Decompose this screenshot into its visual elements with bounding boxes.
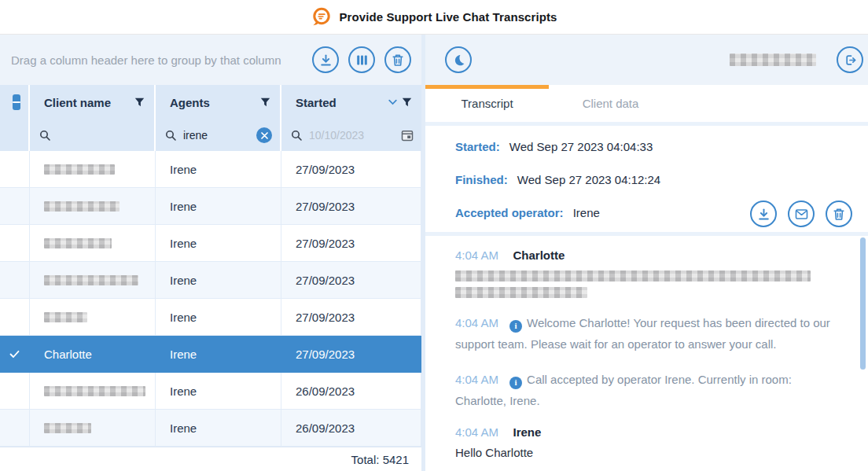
redacted-client-name: [44, 423, 91, 433]
delete-transcripts-button[interactable]: [384, 46, 411, 73]
redacted-client-name: [44, 312, 87, 322]
calendar-icon[interactable]: [401, 129, 414, 142]
client-name-cell[interactable]: Charlotte: [30, 336, 156, 373]
column-header-agents[interactable]: Agents: [156, 85, 281, 120]
dark-mode-moon-icon[interactable]: [445, 46, 472, 73]
transcript-tabbar: Transcript Client data: [425, 85, 868, 126]
sort-desc-icon: [388, 99, 397, 105]
row-select-cell[interactable]: [0, 336, 30, 373]
client-name-filter-input[interactable]: [57, 129, 146, 142]
started-cell[interactable]: 26/09/2023: [281, 373, 421, 410]
filter-funnel-icon[interactable]: [402, 98, 412, 107]
message-time: 4:04 AM: [455, 248, 498, 262]
client-name-cell[interactable]: [30, 151, 156, 188]
row-select-cell[interactable]: [0, 299, 30, 336]
row-select-cell[interactable]: [0, 225, 30, 262]
agents-filter-cell: [156, 120, 281, 151]
client-name-cell[interactable]: [30, 188, 156, 225]
accepted-operator-label: Accepted operator:: [455, 206, 564, 219]
search-icon: [165, 130, 177, 142]
finished-label: Finished:: [455, 173, 508, 186]
agent-cell[interactable]: Irene: [156, 225, 281, 262]
grid-header-row: Client name Agents Started: [0, 85, 421, 120]
column-header-started[interactable]: Started: [281, 85, 421, 120]
started-value: Wed Sep 27 2023 04:04:33: [509, 140, 653, 153]
table-row[interactable]: Irene 27/09/2023: [0, 262, 421, 299]
chat-message: 4:04 AM Charlotte: [455, 248, 833, 298]
info-icon: [509, 320, 522, 333]
group-by-hint: Drag a column header here to group by th…: [11, 53, 303, 67]
redacted-client-name: [44, 164, 115, 175]
delete-transcript-button[interactable]: [826, 201, 852, 227]
message-author: Charlotte: [513, 248, 565, 262]
agent-cell[interactable]: Irene: [156, 373, 281, 410]
tab-client-data[interactable]: Client data: [549, 85, 672, 122]
total-count: Total: 5421: [351, 453, 409, 466]
table-row[interactable]: Irene 27/09/2023: [0, 188, 421, 225]
column-chooser-button[interactable]: [348, 46, 375, 73]
client-name-cell[interactable]: [30, 262, 156, 299]
table-row[interactable]: Irene 26/09/2023: [0, 410, 421, 447]
checkmark-icon: [9, 350, 20, 359]
transcript-meta: Started: Wed Sep 27 2023 04:04:33 Finish…: [425, 126, 868, 232]
started-cell[interactable]: 27/09/2023: [281, 299, 421, 336]
started-line: Started: Wed Sep 27 2023 04:04:33: [455, 137, 852, 157]
client-name-cell[interactable]: [30, 225, 156, 262]
row-select-cell[interactable]: [0, 373, 30, 410]
clear-filter-icon[interactable]: [256, 127, 272, 143]
table-row[interactable]: Irene 27/09/2023: [0, 299, 421, 336]
info-icon: [509, 377, 522, 389]
agent-cell[interactable]: Irene: [156, 262, 281, 299]
filter-funnel-icon[interactable]: [134, 98, 145, 107]
logout-icon[interactable]: [837, 46, 863, 73]
agent-cell[interactable]: Irene: [156, 336, 281, 373]
main-area: Drag a column header here to group by th…: [0, 35, 868, 471]
finished-value: Wed Sep 27 2023 04:12:24: [517, 173, 660, 186]
redacted-client-name: [44, 275, 138, 285]
export-download-button[interactable]: [312, 46, 339, 73]
redacted-client-name: [44, 386, 145, 396]
indeterminate-checkbox-icon: [13, 94, 20, 110]
system-message-text: Call accepted by operator Irene. Current…: [455, 373, 792, 407]
client-name-cell[interactable]: [30, 299, 156, 336]
started-date-filter-input[interactable]: [309, 129, 395, 142]
scrollbar-thumb[interactable]: [860, 237, 866, 370]
filter-funnel-icon[interactable]: [260, 98, 270, 107]
redacted-user-email: [730, 53, 816, 66]
agent-cell[interactable]: Irene: [156, 410, 281, 447]
select-all-checkbox[interactable]: [0, 85, 30, 120]
search-icon: [291, 130, 303, 142]
table-row[interactable]: Irene 27/09/2023: [0, 151, 421, 188]
client-name-cell[interactable]: [30, 410, 156, 447]
started-cell[interactable]: 27/09/2023: [281, 262, 421, 299]
agent-cell[interactable]: Irene: [156, 151, 281, 188]
row-select-cell[interactable]: [0, 151, 30, 188]
started-cell[interactable]: 27/09/2023: [281, 225, 421, 262]
download-transcript-button[interactable]: [750, 201, 777, 227]
agents-filter-input[interactable]: [183, 129, 250, 142]
agent-cell[interactable]: Irene: [156, 299, 281, 336]
table-row[interactable]: Irene 26/09/2023: [0, 373, 421, 410]
provide-support-logo-icon: [311, 6, 332, 28]
column-header-client-name[interactable]: Client name: [30, 85, 156, 120]
redacted-client-name: [44, 201, 120, 212]
row-select-cell[interactable]: [0, 188, 30, 225]
tab-transcript[interactable]: Transcript: [425, 85, 549, 122]
table-row[interactable]: Irene 27/09/2023: [0, 225, 421, 262]
started-cell[interactable]: 26/09/2023: [281, 410, 421, 447]
row-select-cell[interactable]: [0, 410, 30, 447]
started-cell[interactable]: 27/09/2023: [281, 188, 421, 225]
started-label: Started:: [455, 140, 500, 153]
started-cell[interactable]: 27/09/2023: [281, 336, 421, 373]
started-cell[interactable]: 27/09/2023: [281, 151, 421, 188]
agent-cell[interactable]: Irene: [156, 188, 281, 225]
message-time: 4:04 AM: [455, 373, 498, 386]
grid-body: Irene 27/09/2023 Irene 27/09/2023 Irene …: [0, 151, 421, 447]
table-row-selected[interactable]: Charlotte Irene 27/09/2023: [0, 336, 421, 373]
client-name-cell[interactable]: [30, 373, 156, 410]
email-transcript-button[interactable]: [788, 201, 815, 227]
row-select-cell[interactable]: [0, 262, 30, 299]
filter-row-spacer: [0, 120, 30, 151]
message-time: 4:04 AM: [455, 425, 498, 439]
grid-footer: Total: 5421: [0, 447, 421, 471]
